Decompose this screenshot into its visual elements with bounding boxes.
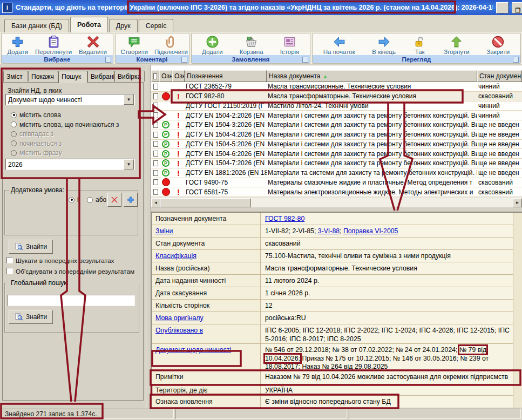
toolbar-group-Коментарі: СтворитиПідключитиКоментарі xyxy=(115,33,189,64)
match-option-radio[interactable]: містить слова xyxy=(11,111,61,119)
Видалити-button[interactable]: Видалити xyxy=(77,35,109,55)
table-row[interactable]: ГОСТ 9490-75Материалы смазочные жидкие и… xyxy=(151,178,522,188)
table-row[interactable]: P!ДСТУ EN 1504-7:2026 (ENМатеріали і сис… xyxy=(151,159,522,168)
scroll-left-icon[interactable]: ◄ xyxy=(151,198,160,207)
В кінець-button[interactable]: В кінець xyxy=(370,35,398,55)
toolbar-item-label: Створити xyxy=(121,49,148,55)
tab-Робота[interactable]: Робота xyxy=(70,17,108,32)
match-option-radio[interactable]: містить слова, що починаються з xyxy=(11,121,119,128)
sidebar-tab-Пошук[interactable]: Пошук xyxy=(58,71,87,83)
table-row[interactable]: P!ДСТУ EN 1504-4:2026 (ENМатеріали і сис… xyxy=(151,130,522,140)
row-checkbox[interactable] xyxy=(153,132,158,138)
table-row[interactable]: ГОСТ 23652-79Масла трансмиссионные. Техн… xyxy=(151,82,522,92)
horizontal-scrollbar[interactable]: ◄ ► xyxy=(151,198,522,207)
Додати-button[interactable]: Додати xyxy=(200,35,225,55)
row-checkbox[interactable] xyxy=(153,189,158,195)
table-row[interactable]: P!ДСТУ EN 1504-5:2026 (ENМатеріали і сис… xyxy=(151,140,522,150)
detail-scrollbar[interactable] xyxy=(513,213,522,409)
and-radio[interactable]: і xyxy=(69,196,79,204)
global-search-input[interactable] xyxy=(8,295,135,306)
detail-label-link[interactable]: Зміни xyxy=(155,227,173,235)
cell-status: ще не введен xyxy=(477,140,522,149)
row-checkbox[interactable] xyxy=(153,112,158,118)
detail-label-link[interactable]: Мова оригіналу xyxy=(155,314,204,322)
dialog-launcher-icon[interactable] xyxy=(105,57,111,63)
chevron-down-icon[interactable]: ▼ xyxy=(124,159,134,170)
Так-button[interactable]: Так xyxy=(411,35,429,55)
table-row[interactable]: P!ДСТУ EN 1504-3:2026 (ENМатеріали і сис… xyxy=(151,120,522,130)
remove-condition-button[interactable] xyxy=(107,193,121,207)
row-checkbox[interactable] xyxy=(153,179,158,185)
scroll-right-icon[interactable]: ► xyxy=(513,198,522,207)
Додати-button[interactable]: Додати xyxy=(5,35,30,55)
tab-Друк[interactable]: Друк xyxy=(109,19,138,32)
maximize-button[interactable]: ❐ xyxy=(512,2,522,13)
sidebar-tab-Вибрані[interactable]: Вибрані xyxy=(87,71,114,82)
minimize-button[interactable]: _ xyxy=(496,2,509,13)
dialog-launcher-icon[interactable] xyxy=(302,57,308,63)
sidebar-tab-Вибірка[interactable]: Вибірка xyxy=(114,71,145,82)
row-checkbox[interactable] xyxy=(153,151,158,157)
row-checkbox[interactable] xyxy=(153,103,158,109)
detail-row: Дата скасування1 січня 2026 р. xyxy=(152,287,522,300)
table-row[interactable]: P!ДСТУ EN 1881:2026 (EN 18Матеріали та с… xyxy=(151,168,522,178)
dialog-launcher-icon[interactable] xyxy=(181,57,187,63)
Згорнути-button[interactable]: Згорнути xyxy=(442,35,471,55)
detail-label: Позначення документа xyxy=(152,213,261,225)
detail-label-link[interactable]: Опубліковано в xyxy=(155,327,203,334)
row-checkbox[interactable] xyxy=(153,170,158,176)
toolbar-group-Перегляд: На початокВ кінецьТакЗгорнутиЗакритиПере… xyxy=(312,33,521,64)
search-option-checkbox[interactable]: Об'єднувати з попередніми результатам xyxy=(6,268,134,275)
column-header-Озн[interactable]: Озн xyxy=(172,70,185,82)
field-dropdown[interactable]: Документ щодо чинності ▼ xyxy=(5,94,135,105)
column-header-Позначення[interactable]: Позначення xyxy=(185,70,267,82)
table-row[interactable]: !ДСТУ EN 1504-2:2026 (ENМатеріали і сист… xyxy=(151,111,522,120)
or-radio[interactable]: або xyxy=(87,196,106,204)
detail-value-link[interactable]: ГОСТ 982-80 xyxy=(265,215,304,222)
column-header-Назва документа[interactable]: Назва документа▲ xyxy=(267,70,477,82)
Корзина-button[interactable]: Корзина xyxy=(238,35,266,55)
speech-bubble-icon xyxy=(127,35,141,49)
row-checkbox[interactable] xyxy=(153,84,158,90)
sidebar-splitter[interactable] xyxy=(146,65,151,408)
row-checkbox[interactable] xyxy=(153,122,158,128)
table-row[interactable]: !ГОСТ 982-80Масла трансформаторные. Техн… xyxy=(151,92,522,101)
search-option-checkbox[interactable]: Шукати в попередніх результатах xyxy=(6,257,114,265)
query-dropdown[interactable]: 2026 ▼ xyxy=(5,159,135,170)
dialog-launcher-icon[interactable] xyxy=(513,57,519,63)
scrollbar-thumb[interactable] xyxy=(160,198,251,207)
Закрити-button[interactable]: Закрити xyxy=(484,35,512,55)
row-checkbox[interactable] xyxy=(153,141,158,147)
detail-value-link[interactable]: 3-VI-88 xyxy=(318,227,340,235)
warning-icon: ! xyxy=(177,111,180,119)
find-button[interactable]: Знайти xyxy=(9,240,53,254)
sidebar-tab-Покажч[interactable]: Покажч xyxy=(28,71,58,82)
toolbar-item-label: Додати xyxy=(202,49,223,55)
tab-Бази даних (БД)[interactable]: Бази даних (БД) xyxy=(4,19,69,32)
column-header-Стан документа[interactable]: Стан документа xyxy=(477,70,522,82)
header-select-all[interactable] xyxy=(151,70,159,82)
add-condition-button[interactable] xyxy=(124,193,138,207)
toolbar-item-label: Переглянути xyxy=(35,49,72,55)
Історія-button[interactable]: Історія xyxy=(278,35,302,55)
detail-value-link[interactable]: Поправка VI-2005 xyxy=(343,227,398,235)
Підключити-button[interactable]: Підключити xyxy=(152,35,190,55)
sidebar-tab-Зміст[interactable]: Зміст xyxy=(3,71,28,82)
table-row[interactable]: P!ДСТУ EN 1504-6:2026 (ENМатеріали і сис… xyxy=(151,149,522,159)
detail-row: ПриміткиНаказом № 79 від 10.04.2026 можл… xyxy=(152,371,522,384)
detail-row: Назва (російська)Масла трансформаторные.… xyxy=(152,262,522,275)
Переглянути-button[interactable]: Переглянути xyxy=(33,35,74,55)
global-find-button[interactable]: Знайти xyxy=(9,310,53,324)
На початок-button[interactable]: На початок xyxy=(321,35,357,55)
tab-Сервіс[interactable]: Сервіс xyxy=(139,19,174,32)
column-header-Озн[interactable]: Озн xyxy=(159,70,172,82)
Створити-button[interactable]: Створити xyxy=(119,35,150,55)
table-row[interactable]: !ГОСТ 6581-75Материалы электроизоляционн… xyxy=(151,187,522,197)
detail-label-link[interactable]: Документ щодо чинності xyxy=(155,346,231,354)
table-row[interactable]: ДСТУ ГОСТ 21150:2019 (ГМастило Літол-24.… xyxy=(151,101,522,111)
toolbar-item-label: Підключити xyxy=(154,49,188,55)
row-checkbox[interactable] xyxy=(153,93,158,99)
row-checkbox[interactable] xyxy=(153,160,158,166)
detail-label-link[interactable]: Класифікація xyxy=(155,252,196,260)
chevron-down-icon[interactable]: ▼ xyxy=(124,94,134,105)
